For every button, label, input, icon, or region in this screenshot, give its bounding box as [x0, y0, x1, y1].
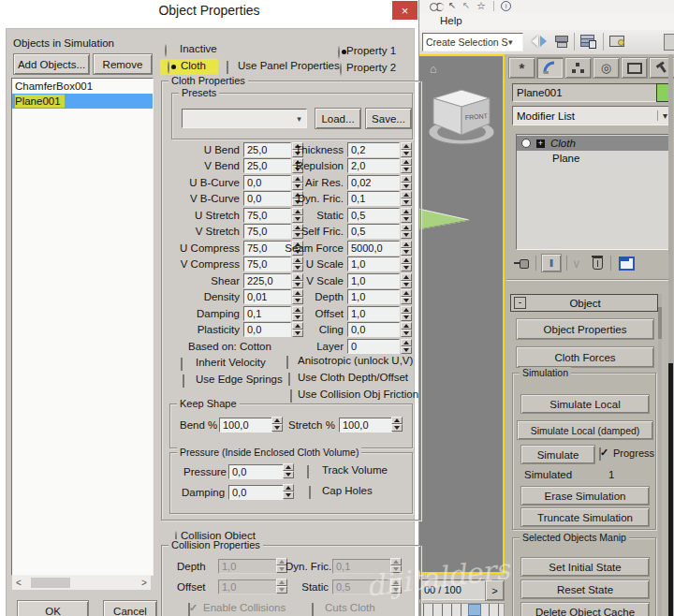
bend-pct-spinner[interactable]: [271, 417, 283, 432]
param-value-field[interactable]: 0,0: [347, 322, 400, 337]
property1-radio[interactable]: [338, 46, 340, 59]
param-spinner[interactable]: [401, 175, 412, 190]
param-spinner[interactable]: [401, 208, 412, 223]
use-collision-obj-friction-checkbox[interactable]: [290, 389, 292, 403]
stretch-pct-spinner[interactable]: [391, 417, 403, 432]
param-value-field[interactable]: 0,2: [347, 142, 400, 157]
param-spinner[interactable]: [401, 142, 412, 157]
objects-list[interactable]: ChamferBox001Plane001: [11, 78, 154, 576]
pressure-spinner[interactable]: [283, 463, 294, 478]
dialog-titlebar[interactable]: Object Properties ×: [0, 0, 418, 22]
param-spinner[interactable]: [401, 191, 412, 206]
param-value-field[interactable]: 0: [347, 339, 400, 354]
simulate-local-damped-button[interactable]: Simulate Local (damped): [517, 420, 653, 440]
track-bar[interactable]: [419, 603, 505, 616]
erase-simulation-button[interactable]: Erase Simulation: [520, 486, 650, 506]
simulate-local-button[interactable]: Simulate Local: [520, 394, 650, 414]
stack-item-plane[interactable]: Plane: [517, 151, 674, 166]
param-spinner[interactable]: [401, 273, 412, 288]
param-spinner[interactable]: [401, 158, 412, 173]
add-objects-button[interactable]: Add Objects...: [13, 53, 90, 75]
frame-display[interactable]: 00 / 100: [419, 579, 487, 600]
param-value-field[interactable]: 0,5: [347, 224, 400, 239]
param-spinner[interactable]: [401, 224, 412, 239]
pressure-damping-field[interactable]: 0,0: [228, 485, 284, 500]
rollout-scrollbar[interactable]: [658, 294, 662, 616]
cloth-forces-button[interactable]: Cloth Forces: [516, 346, 654, 368]
param-spinner[interactable]: [401, 339, 412, 354]
selection-set-combo[interactable]: Create Selection Se ▾: [422, 33, 523, 51]
delete-object-cache-button[interactable]: Delete Object Cache: [520, 602, 650, 616]
use-panel-properties-checkbox[interactable]: [227, 61, 228, 74]
ok-button[interactable]: OK: [17, 600, 89, 616]
plane-object[interactable]: [418, 206, 473, 232]
use-edge-springs-checkbox[interactable]: [183, 374, 184, 388]
presets-combo[interactable]: ▾: [182, 109, 307, 128]
simulate-button[interactable]: Simulate: [520, 445, 595, 464]
close-button[interactable]: ×: [392, 1, 418, 20]
binoculars-icon[interactable]: [430, 3, 438, 11]
objects-list-item[interactable]: ChamferBox001: [12, 79, 153, 94]
param-value-field[interactable]: 0,02: [347, 175, 400, 190]
object-properties-button[interactable]: Object Properties: [516, 318, 654, 340]
modifier-list-dropdown[interactable]: Modifier List ▾: [512, 106, 673, 125]
truncate-simulation-button[interactable]: Truncate Simulation: [520, 507, 650, 527]
set-initial-state-button[interactable]: Set Initial State: [520, 557, 650, 577]
make-unique-icon[interactable]: ∨: [572, 257, 581, 271]
param-value-field[interactable]: 0,1: [347, 191, 400, 206]
tab-display[interactable]: [621, 57, 648, 79]
scroll-right-arrow[interactable]: >: [138, 578, 151, 588]
load-button[interactable]: Load...: [315, 108, 361, 129]
curve-editor-icon[interactable]: [664, 34, 674, 51]
pressure-damping-spinner[interactable]: [283, 484, 294, 499]
configure-modifier-sets-icon[interactable]: [619, 257, 635, 271]
param-spinner[interactable]: [401, 306, 412, 321]
progress-checkbox[interactable]: [599, 447, 601, 461]
reset-state-button[interactable]: Reset State: [520, 579, 650, 599]
scroll-thumb[interactable]: [31, 578, 70, 588]
viewport[interactable]: ⌂ FRONT: [418, 54, 505, 574]
tab-create[interactable]: *: [508, 57, 535, 79]
show-end-result-button[interactable]: ‖: [541, 254, 562, 272]
align-icon[interactable]: [555, 35, 568, 48]
anisotropic-checkbox[interactable]: [286, 356, 288, 369]
viewcube[interactable]: FRONT: [425, 82, 498, 148]
favorites-star-icon[interactable]: ☆: [476, 0, 486, 12]
param-value-field[interactable]: 1,0: [347, 257, 400, 271]
objects-list-hscrollbar[interactable]: < >: [12, 576, 151, 590]
menu-help[interactable]: Help: [440, 15, 462, 26]
track-volume-checkbox[interactable]: [307, 465, 309, 478]
stretch-pct-field[interactable]: 100,0: [339, 418, 392, 433]
property2-radio[interactable]: [340, 63, 342, 76]
param-value-field[interactable]: 1,0: [347, 306, 400, 321]
use-cloth-depth-offset-checkbox[interactable]: [288, 373, 290, 386]
cloth-radio[interactable]: [168, 61, 169, 74]
home-icon[interactable]: ⌂: [430, 62, 437, 76]
object-name-field[interactable]: Plane001: [512, 83, 658, 102]
rollout-collapse-icon[interactable]: -: [514, 297, 526, 309]
save-button[interactable]: Save...: [365, 108, 412, 129]
command-panel-scrollbar[interactable]: [668, 54, 673, 616]
next-frame-button[interactable]: >: [485, 579, 505, 601]
param-spinner[interactable]: [401, 322, 412, 337]
tab-hierarchy[interactable]: [564, 57, 592, 79]
param-value-field[interactable]: 1,0: [347, 289, 400, 304]
tab-motion[interactable]: ◎: [593, 57, 620, 79]
param-value-field[interactable]: 2,0: [347, 158, 400, 173]
param-spinner[interactable]: [401, 257, 412, 271]
param-value-field[interactable]: 0,5: [347, 208, 400, 223]
objects-list-item[interactable]: Plane001: [12, 94, 153, 109]
inherit-velocity-checkbox[interactable]: [181, 358, 183, 371]
inactive-radio[interactable]: [165, 44, 167, 57]
remove-modifier-icon[interactable]: [593, 257, 603, 270]
cap-holes-checkbox[interactable]: [309, 486, 311, 499]
remove-button[interactable]: Remove: [93, 53, 153, 75]
expand-plus-icon[interactable]: +: [536, 139, 545, 148]
param-value-field[interactable]: 5000,0: [347, 241, 400, 256]
stack-item-cloth[interactable]: + Cloth: [517, 136, 668, 151]
param-spinner[interactable]: [401, 289, 412, 304]
param-spinner[interactable]: [401, 241, 412, 256]
select-region-icon[interactable]: ↖: [462, 0, 470, 10]
bend-pct-field[interactable]: 100,0: [219, 418, 272, 433]
pin-stack-icon[interactable]: [514, 258, 531, 268]
